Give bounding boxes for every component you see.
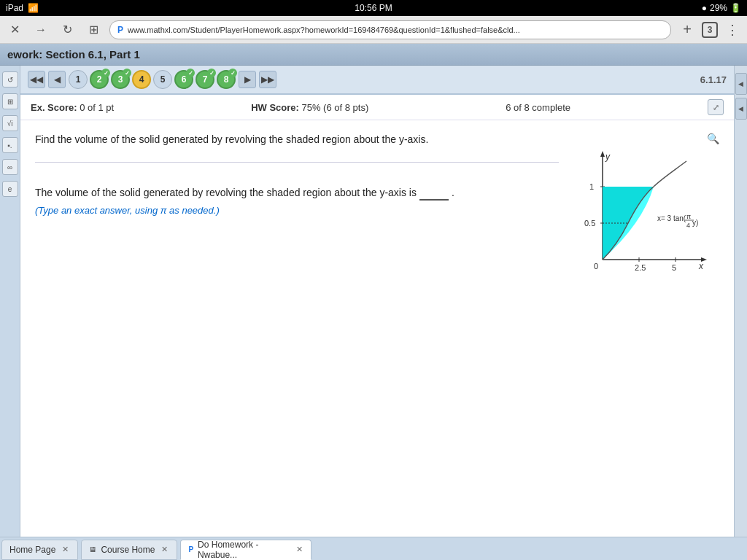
hw-score-label: HW Score: xyxy=(251,102,299,113)
browser-chrome: ✕ → ↻ ⊞ P www.mathxl.com/Student/PlayerH… xyxy=(0,16,747,44)
refresh-button[interactable]: ↻ xyxy=(57,20,77,40)
page-header: ework: Section 6.1, Part 1 xyxy=(0,44,747,66)
status-bar-right: ● 29% 🔋 xyxy=(702,3,741,13)
address-favicon: P xyxy=(117,25,123,35)
check-8: ✓ xyxy=(228,69,237,77)
ex-score-label: Ex. Score: xyxy=(31,102,77,113)
tab-course-home-label: Course Home xyxy=(101,545,155,555)
course-home-favicon: 🖥 xyxy=(89,545,96,553)
question-7[interactable]: 7 ✓ xyxy=(196,70,214,89)
tab-do-homework-close[interactable]: ✕ xyxy=(295,545,304,555)
svg-text:x: x xyxy=(698,261,704,271)
svg-text:1: 1 xyxy=(589,182,594,191)
question-content: Find the volume of the solid generated b… xyxy=(20,120,734,537)
divider xyxy=(35,162,559,163)
infinity-tool[interactable]: ∞ xyxy=(2,159,18,175)
answer-suffix: . xyxy=(452,187,454,198)
svg-text:y: y xyxy=(605,152,611,162)
tab-course-home[interactable]: 🖥 Course Home ✕ xyxy=(81,540,177,560)
content-panel: ◀◀ ◀ 1 2 ✓ 3 ✓ 4 5 6 ✓ xyxy=(20,66,734,537)
signal-icon: ● xyxy=(702,3,707,13)
status-bar-time: 10:56 PM xyxy=(355,3,392,13)
complete-label: 6 of 8 complete xyxy=(506,102,570,113)
add-tab-button[interactable]: + xyxy=(677,20,697,40)
graph-svg: y 1 0.5 0 2.5 5 x xyxy=(573,147,712,278)
answer-prefix: The volume of the solid generated by rev… xyxy=(35,187,417,198)
tab-count[interactable]: 3 xyxy=(702,22,718,38)
euler-tool[interactable]: e xyxy=(2,181,18,197)
type-hint: (Type an exact answer, using π as needed… xyxy=(35,205,559,216)
undo-tool[interactable]: ↺ xyxy=(2,71,18,88)
svg-text:2.5: 2.5 xyxy=(635,263,646,272)
check-2: ✓ xyxy=(101,69,110,77)
tab-home-page-close[interactable]: ✕ xyxy=(60,545,70,555)
svg-text:4: 4 xyxy=(686,222,690,229)
question-4[interactable]: 4 xyxy=(132,70,151,89)
answer-text: The volume of the solid generated by rev… xyxy=(35,184,559,201)
answer-input[interactable] xyxy=(419,184,449,201)
question-main-text: Find the volume of the solid generated b… xyxy=(35,132,559,147)
question-2[interactable]: 2 ✓ xyxy=(90,70,109,89)
graph-area: 🔍 y 1 xyxy=(573,132,719,525)
question-6[interactable]: 6 ✓ xyxy=(174,70,193,89)
svg-text:5: 5 xyxy=(672,263,676,272)
grid-tool[interactable]: ⊞ xyxy=(2,93,18,109)
check-6: ✓ xyxy=(186,69,195,77)
tab-home-page-label: Home Page xyxy=(9,545,55,555)
svg-text:0: 0 xyxy=(594,262,598,271)
question-text-area: Find the volume of the solid generated b… xyxy=(35,132,559,525)
section-label: 6.1.17 xyxy=(700,74,727,85)
page-header-title: ework: Section 6.1, Part 1 xyxy=(7,48,140,61)
question-1[interactable]: 1 xyxy=(69,70,88,89)
left-sidebar: ↺ ⊞ √i ▪. ∞ e xyxy=(0,66,20,537)
ex-score-value: 0 of 1 pt xyxy=(80,102,114,113)
homework-favicon: P xyxy=(188,545,193,553)
hw-score: HW Score: 75% (6 of 8 pts) xyxy=(251,102,368,113)
address-bar[interactable]: P www.mathxl.com/Student/PlayerHomework.… xyxy=(109,20,671,39)
close-button[interactable]: ✕ xyxy=(4,20,25,40)
magnify-icon[interactable]: 🔍 xyxy=(707,133,719,144)
svg-text:x= 3 tan(: x= 3 tan( xyxy=(657,214,686,222)
svg-text:y): y) xyxy=(692,219,698,227)
tabs-button[interactable]: ⊞ xyxy=(83,20,104,40)
nav-arrows: ◀◀ ◀ 1 2 ✓ 3 ✓ 4 5 6 ✓ xyxy=(28,70,276,89)
ex-score: Ex. Score: 0 of 1 pt xyxy=(31,102,114,113)
status-bar: iPad 📶 10:56 PM ● 29% 🔋 xyxy=(0,0,747,16)
svg-text:π: π xyxy=(686,213,691,220)
complete-count: 6 of 8 complete xyxy=(506,102,570,113)
right-btn-1[interactable]: ◀ xyxy=(735,73,747,95)
right-btn-2[interactable]: ◀ xyxy=(735,98,747,120)
svg-text:0.5: 0.5 xyxy=(584,219,595,228)
expand-button[interactable]: ⤢ xyxy=(708,99,724,115)
forward-button[interactable]: → xyxy=(31,20,51,40)
question-nav: ◀◀ ◀ 1 2 ✓ 3 ✓ 4 5 6 ✓ xyxy=(20,66,734,95)
hw-score-value: 75% (6 of 8 pts) xyxy=(301,102,368,113)
prev-question-button[interactable]: ◀ xyxy=(48,71,66,88)
answer-area: The volume of the solid generated by rev… xyxy=(35,184,559,216)
url-text: www.mathxl.com/Student/PlayerHomework.as… xyxy=(128,26,520,34)
question-5[interactable]: 5 xyxy=(153,70,172,89)
svg-marker-1 xyxy=(600,151,605,157)
device-label: iPad xyxy=(6,3,23,13)
sqrt-tool[interactable]: √i xyxy=(2,115,18,131)
next-question-button[interactable]: ▶ xyxy=(239,71,256,88)
right-sidebar: ◀ ◀ xyxy=(734,66,747,537)
tab-home-page[interactable]: Home Page ✕ xyxy=(1,540,78,560)
square-tool[interactable]: ▪. xyxy=(2,137,18,153)
check-7: ✓ xyxy=(207,69,216,77)
first-question-button[interactable]: ◀◀ xyxy=(28,71,45,88)
tab-do-homework[interactable]: P Do Homework - Nwabue... ✕ xyxy=(180,540,311,560)
main-area: ↺ ⊞ √i ▪. ∞ e ◀◀ ◀ 1 2 ✓ 3 ✓ xyxy=(0,66,747,537)
tab-bar: Home Page ✕ 🖥 Course Home ✕ P Do Homewor… xyxy=(0,537,747,560)
last-question-button[interactable]: ▶▶ xyxy=(259,71,276,88)
score-bar: Ex. Score: 0 of 1 pt HW Score: 75% (6 of… xyxy=(20,95,734,120)
check-3: ✓ xyxy=(123,69,131,77)
browser-actions: + 3 ⋮ xyxy=(677,20,743,40)
tab-course-home-close[interactable]: ✕ xyxy=(159,545,169,555)
battery-icon: 🔋 xyxy=(730,3,741,13)
menu-button[interactable]: ⋮ xyxy=(722,20,743,40)
battery-label: 29% xyxy=(710,3,727,13)
question-8[interactable]: 8 ✓ xyxy=(217,70,236,89)
question-3[interactable]: 3 ✓ xyxy=(111,70,130,89)
wifi-icon: 📶 xyxy=(28,3,39,13)
